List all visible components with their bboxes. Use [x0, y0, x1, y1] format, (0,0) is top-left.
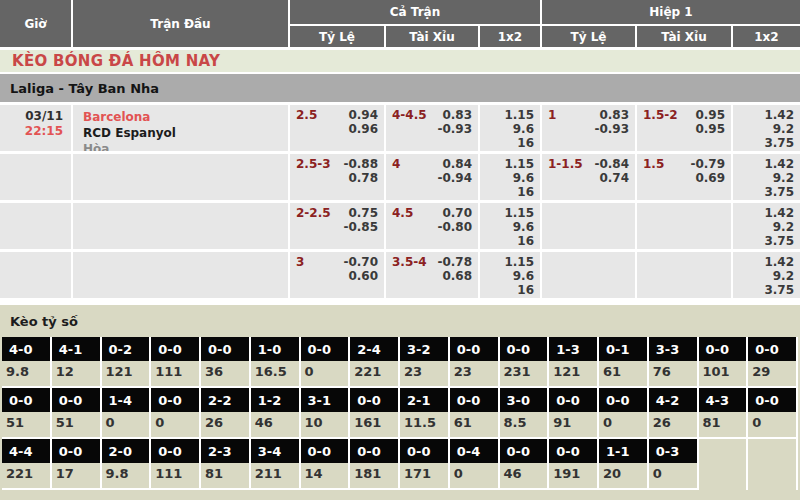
h1-1x2-cell[interactable]: 1.429.23.75 — [733, 252, 800, 298]
h1-1x2-cell[interactable]: 1.429.23.75 — [733, 203, 800, 249]
score-bet-cell[interactable]: 0-2121 — [102, 337, 152, 388]
h1-handicap-cell[interactable]: 10.83-0.93 — [542, 105, 635, 151]
score-label: 0-0 — [549, 388, 597, 412]
score-row: 4-42210-0172-09.80-01112-3813-42110-0140… — [0, 439, 800, 490]
odds-row: 2-2.50.75-0.854.50.70-0.801.159.6161.429… — [0, 203, 800, 249]
score-bet-cell[interactable]: 0-30 — [649, 439, 699, 490]
score-bet-cell[interactable]: 3-223 — [400, 337, 450, 388]
score-bet-cell[interactable]: 2-111.5 — [400, 388, 450, 439]
h1-1x2-cell[interactable]: 1.429.23.75 — [733, 105, 800, 151]
ft-handicap-cell[interactable]: 2.5-3-0.880.78 — [290, 154, 384, 200]
score-odds: 14 — [301, 463, 349, 490]
ft-over-under-cell[interactable]: 4-4.50.83-0.93 — [386, 105, 478, 151]
score-bet-cell[interactable]: 0-0161 — [350, 388, 400, 439]
column-header-h1-overunder: Tài Xỉu — [637, 26, 731, 47]
score-label: 0-0 — [699, 337, 747, 361]
score-bet-cell[interactable]: 4-226 — [649, 388, 699, 439]
score-bet-cell[interactable]: 0-0101 — [699, 337, 749, 388]
score-bet-cell[interactable]: 0-051 — [2, 388, 52, 439]
h1-over-under-cell[interactable]: 1.5-0.790.69 — [637, 154, 731, 200]
score-bet-cell[interactable]: 2-09.8 — [102, 439, 152, 490]
score-bet-cell[interactable]: 0-051 — [52, 388, 102, 439]
score-bet-cell[interactable]: 3-08.5 — [500, 388, 550, 439]
score-bet-cell[interactable]: 1-016.5 — [251, 337, 301, 388]
score-bet-cell[interactable]: 0-0171 — [400, 439, 450, 490]
score-bet-cell[interactable]: 0-014 — [301, 439, 351, 490]
score-label: 0-0 — [52, 388, 100, 412]
score-bet-cell[interactable]: 0-0111 — [151, 439, 201, 490]
score-bet-cell[interactable]: 0-061 — [450, 388, 500, 439]
odds-value: 1.15 — [480, 255, 534, 269]
score-bet-cell[interactable]: 1-120 — [599, 439, 649, 490]
match-teams-cell — [73, 252, 288, 298]
ft-1x2-cell[interactable]: 1.159.616 — [480, 105, 540, 151]
column-header-h1-ratio: Tỷ Lệ — [542, 26, 635, 47]
odds-value: 1.42 — [733, 108, 794, 122]
score-odds: 221 — [350, 361, 398, 388]
score-bet-cell[interactable]: 0-00 — [599, 388, 649, 439]
ft-handicap-cell[interactable]: 3-0.700.60 — [290, 252, 384, 298]
score-bet-cell[interactable]: 3-376 — [649, 337, 699, 388]
score-bet-cell[interactable]: 0-0231 — [500, 337, 550, 388]
ft-over-under-cell[interactable]: 4.50.70-0.80 — [386, 203, 478, 249]
score-bet-cell[interactable]: 0-00 — [301, 337, 351, 388]
score-odds: 11.5 — [400, 412, 448, 439]
handicap-line: 3 — [296, 255, 304, 269]
score-odds: 36 — [201, 361, 249, 388]
score-bet-cell[interactable]: 3-4211 — [251, 439, 301, 490]
away-team-name: RCD Espanyol — [83, 125, 288, 141]
score-bet-cell[interactable]: 4-381 — [699, 388, 749, 439]
ft-1x2-cell[interactable]: 1.159.616 — [480, 203, 540, 249]
score-bet-cell[interactable]: 0-0181 — [350, 439, 400, 490]
score-bet-cell[interactable]: 0-40 — [450, 439, 500, 490]
score-bet-cell[interactable]: 2-4221 — [350, 337, 400, 388]
score-label: 2-0 — [102, 439, 150, 463]
score-bet-cell[interactable]: 0-036 — [201, 337, 251, 388]
score-bet-cell[interactable]: 0-161 — [599, 337, 649, 388]
score-bet-cell[interactable]: 3-110 — [301, 388, 351, 439]
score-bet-cell[interactable]: 1-40 — [102, 388, 152, 439]
score-label: 2-2 — [201, 388, 249, 412]
ft-over-under-cell[interactable]: 3.5-4-0.780.68 — [386, 252, 478, 298]
ft-handicap-cell[interactable]: 2.50.940.96 — [290, 105, 384, 151]
handicap-line: 2.5 — [296, 108, 317, 122]
score-bet-cell[interactable]: 0-00 — [748, 388, 798, 439]
score-bet-cell[interactable]: 0-023 — [450, 337, 500, 388]
score-bet-cell[interactable]: 4-112 — [52, 337, 102, 388]
score-bet-cell[interactable]: 4-4221 — [2, 439, 52, 490]
score-bet-cell[interactable]: 0-0191 — [549, 439, 599, 490]
score-odds: 0 — [599, 412, 647, 439]
ft-handicap-cell[interactable]: 2-2.50.75-0.85 — [290, 203, 384, 249]
ft-1x2-cell[interactable]: 1.159.616 — [480, 252, 540, 298]
score-bet-cell[interactable]: 4-09.8 — [2, 337, 52, 388]
score-bet-cell[interactable]: 1-3121 — [549, 337, 599, 388]
score-bet-cell[interactable]: 1-246 — [251, 388, 301, 439]
score-bet-cell[interactable]: 2-381 — [201, 439, 251, 490]
odds-value: 9.2 — [733, 122, 794, 136]
h1-over-under-cell[interactable]: 1.5-20.950.95 — [637, 105, 731, 151]
score-bet-cell[interactable]: 0-0111 — [151, 337, 201, 388]
score-label: 0-0 — [500, 337, 548, 361]
score-bet-cell[interactable]: 0-091 — [549, 388, 599, 439]
score-bet-cell[interactable]: 0-017 — [52, 439, 102, 490]
score-bet-cell[interactable]: 0-046 — [500, 439, 550, 490]
h1-handicap-cell[interactable]: 1-1.5-0.840.74 — [542, 154, 635, 200]
column-header-time: Giờ — [0, 0, 71, 47]
odds-value: -0.80 — [392, 220, 472, 234]
score-odds: 46 — [500, 463, 548, 490]
score-bet-cell[interactable]: 0-029 — [748, 337, 798, 388]
score-odds: 91 — [549, 412, 597, 439]
h1-1x2-cell[interactable]: 1.429.23.75 — [733, 154, 800, 200]
score-bet-cell[interactable]: 0-00 — [151, 388, 201, 439]
score-empty-cell — [748, 439, 798, 490]
score-odds: 221 — [2, 463, 50, 490]
ft-1x2-cell[interactable]: 1.159.616 — [480, 154, 540, 200]
odds-value: 9.6 — [480, 220, 534, 234]
score-row: 0-0510-0511-400-002-2261-2463-1100-01612… — [0, 388, 800, 439]
score-row: 4-09.84-1120-21210-01110-0361-016.50-002… — [0, 337, 800, 388]
match-kickoff-time: 22:15 — [0, 124, 63, 139]
score-bet-cell[interactable]: 2-226 — [201, 388, 251, 439]
score-odds: 61 — [450, 412, 498, 439]
league-header[interactable]: Laliga - Tây Ban Nha — [0, 74, 800, 102]
ft-over-under-cell[interactable]: 40.84-0.94 — [386, 154, 478, 200]
